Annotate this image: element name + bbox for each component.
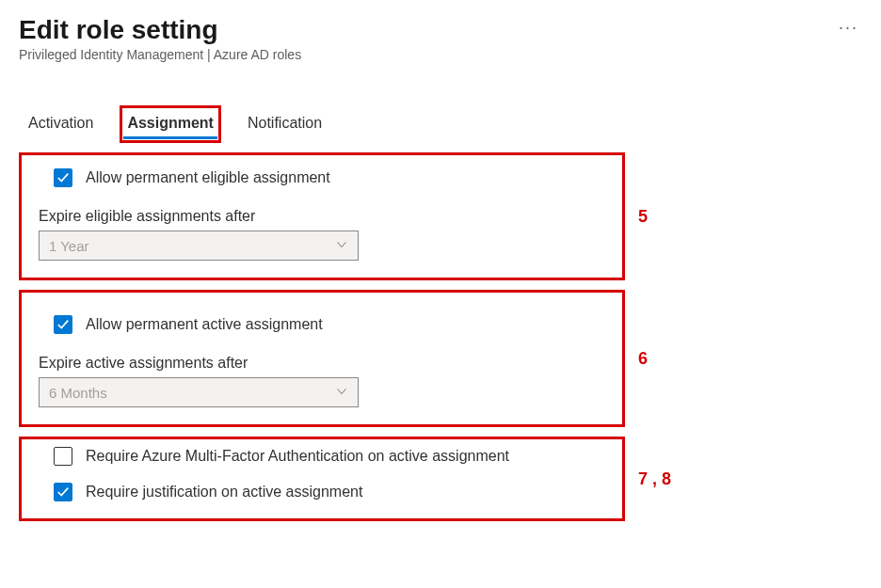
callout-6: 6 xyxy=(638,349,648,369)
callout-7-8: 7 , 8 xyxy=(638,469,671,489)
allow-permanent-active-checkbox[interactable] xyxy=(54,315,72,334)
require-justification-label: Require justification on active assignme… xyxy=(86,484,362,501)
allow-permanent-active-label: Allow permanent active assignment xyxy=(86,316,323,333)
chevron-down-icon xyxy=(335,385,348,401)
callout-5: 5 xyxy=(638,207,648,227)
expire-active-value: 6 Months xyxy=(49,385,107,401)
page-title: Edit role setting xyxy=(19,15,835,45)
chevron-down-icon xyxy=(335,238,348,254)
more-actions-button[interactable]: ··· xyxy=(835,15,862,40)
expire-active-select[interactable]: 6 Months xyxy=(39,377,359,407)
checkmark-icon xyxy=(56,485,70,499)
tabs: Activation Assignment Notification xyxy=(19,109,862,139)
allow-permanent-eligible-checkbox[interactable] xyxy=(54,168,72,187)
require-justification-checkbox[interactable] xyxy=(54,483,72,501)
breadcrumb: Privileged Identity Management | Azure A… xyxy=(19,47,862,62)
expire-eligible-label: Expire eligible assignments after xyxy=(39,208,605,225)
tab-assignment[interactable]: Assignment xyxy=(123,109,217,139)
section-active-assignment: Allow permanent active assignment Expire… xyxy=(19,290,625,427)
allow-permanent-eligible-label: Allow permanent eligible assignment xyxy=(86,169,330,186)
tab-activation[interactable]: Activation xyxy=(24,109,97,139)
expire-eligible-value: 1 Year xyxy=(49,238,89,254)
checkmark-icon xyxy=(56,318,70,331)
expire-eligible-select[interactable]: 1 Year xyxy=(39,230,359,261)
expire-active-label: Expire active assignments after xyxy=(39,355,605,372)
require-mfa-label: Require Azure Multi-Factor Authenticatio… xyxy=(86,448,509,465)
tab-notification[interactable]: Notification xyxy=(244,109,326,139)
section-eligible-assignment: Allow permanent eligible assignment Expi… xyxy=(19,152,625,280)
require-mfa-checkbox[interactable] xyxy=(54,447,72,466)
section-active-requirements: Require Azure Multi-Factor Authenticatio… xyxy=(19,437,625,521)
checkmark-icon xyxy=(56,171,70,184)
